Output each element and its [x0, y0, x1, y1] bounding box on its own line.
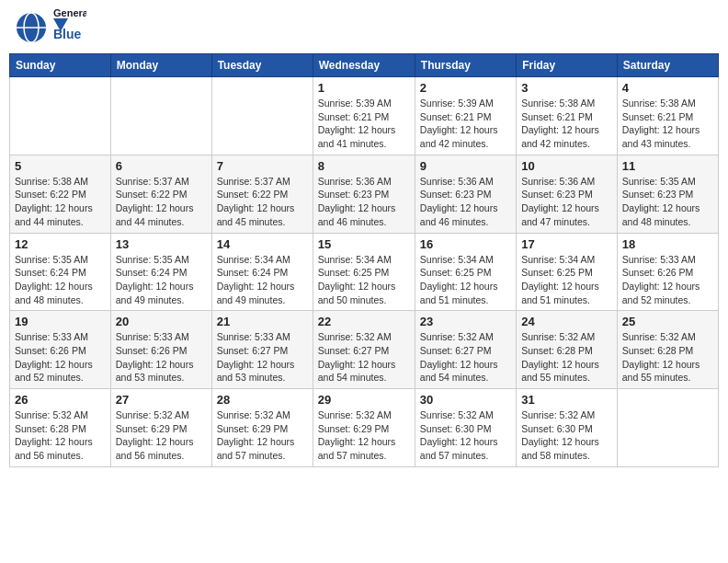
day-info: Sunrise: 5:35 AMSunset: 6:24 PMDaylight:… — [116, 253, 207, 307]
page-header: GeneralBlue — [9, 9, 719, 46]
day-number: 11 — [622, 159, 713, 173]
day-info: Sunrise: 5:38 AMSunset: 6:21 PMDaylight:… — [622, 97, 713, 151]
day-info: Sunrise: 5:32 AMSunset: 6:27 PMDaylight:… — [420, 330, 511, 385]
calendar-cell — [617, 389, 718, 467]
calendar-cell: 29Sunrise: 5:32 AMSunset: 6:29 PMDayligh… — [313, 389, 415, 467]
day-info: Sunrise: 5:34 AMSunset: 6:25 PMDaylight:… — [521, 253, 612, 307]
day-number: 10 — [521, 159, 612, 173]
day-info: Sunrise: 5:36 AMSunset: 6:23 PMDaylight:… — [521, 175, 612, 229]
day-number: 24 — [521, 315, 612, 328]
day-info: Sunrise: 5:34 AMSunset: 6:25 PMDaylight:… — [318, 253, 410, 307]
day-info: Sunrise: 5:33 AMSunset: 6:27 PMDaylight:… — [217, 330, 308, 385]
calendar-cell: 28Sunrise: 5:32 AMSunset: 6:29 PMDayligh… — [211, 389, 313, 467]
calendar-cell — [110, 77, 211, 155]
day-info: Sunrise: 5:33 AMSunset: 6:26 PMDaylight:… — [15, 330, 106, 385]
calendar-week-row: 1Sunrise: 5:39 AMSunset: 6:21 PMDaylight… — [10, 77, 719, 155]
day-info: Sunrise: 5:32 AMSunset: 6:27 PMDaylight:… — [318, 330, 410, 385]
day-number: 13 — [116, 237, 207, 251]
day-of-week-header: Sunday — [10, 54, 111, 77]
calendar-cell: 27Sunrise: 5:32 AMSunset: 6:29 PMDayligh… — [110, 389, 211, 467]
calendar-table: SundayMondayTuesdayWednesdayThursdayFrid… — [9, 53, 719, 467]
svg-text:General: General — [53, 9, 86, 18]
day-number: 4 — [622, 81, 713, 95]
calendar-cell: 19Sunrise: 5:33 AMSunset: 6:26 PMDayligh… — [10, 311, 111, 389]
calendar-cell: 20Sunrise: 5:33 AMSunset: 6:26 PMDayligh… — [110, 311, 211, 389]
calendar-cell: 25Sunrise: 5:32 AMSunset: 6:28 PMDayligh… — [617, 311, 718, 389]
calendar-cell — [10, 77, 111, 155]
day-info: Sunrise: 5:35 AMSunset: 6:23 PMDaylight:… — [622, 175, 713, 229]
day-number: 27 — [116, 393, 207, 407]
day-info: Sunrise: 5:32 AMSunset: 6:28 PMDaylight:… — [521, 330, 612, 385]
calendar-cell: 21Sunrise: 5:33 AMSunset: 6:27 PMDayligh… — [211, 311, 313, 389]
day-number: 22 — [318, 315, 410, 328]
calendar-cell: 16Sunrise: 5:34 AMSunset: 6:25 PMDayligh… — [415, 233, 516, 311]
calendar-cell: 23Sunrise: 5:32 AMSunset: 6:27 PMDayligh… — [415, 311, 516, 389]
day-info: Sunrise: 5:34 AMSunset: 6:24 PMDaylight:… — [217, 253, 308, 307]
day-info: Sunrise: 5:32 AMSunset: 6:28 PMDaylight:… — [15, 408, 106, 463]
calendar-cell: 8Sunrise: 5:36 AMSunset: 6:23 PMDaylight… — [313, 155, 415, 233]
calendar-week-row: 12Sunrise: 5:35 AMSunset: 6:24 PMDayligh… — [10, 233, 719, 311]
day-info: Sunrise: 5:37 AMSunset: 6:22 PMDaylight:… — [116, 175, 207, 229]
logo: GeneralBlue — [13, 9, 86, 46]
calendar-cell: 31Sunrise: 5:32 AMSunset: 6:30 PMDayligh… — [517, 389, 618, 467]
day-info: Sunrise: 5:34 AMSunset: 6:25 PMDaylight:… — [420, 253, 511, 307]
calendar-cell: 7Sunrise: 5:37 AMSunset: 6:22 PMDaylight… — [211, 155, 313, 233]
day-info: Sunrise: 5:32 AMSunset: 6:29 PMDaylight:… — [217, 408, 308, 463]
day-info: Sunrise: 5:32 AMSunset: 6:29 PMDaylight:… — [318, 408, 410, 463]
day-number: 2 — [420, 81, 511, 95]
svg-text:Blue: Blue — [53, 27, 82, 41]
day-info: Sunrise: 5:38 AMSunset: 6:22 PMDaylight:… — [15, 175, 106, 229]
day-number: 20 — [116, 315, 207, 328]
day-info: Sunrise: 5:37 AMSunset: 6:22 PMDaylight:… — [217, 175, 308, 229]
calendar-cell: 17Sunrise: 5:34 AMSunset: 6:25 PMDayligh… — [517, 233, 618, 311]
calendar-week-row: 5Sunrise: 5:38 AMSunset: 6:22 PMDaylight… — [10, 155, 719, 233]
day-number: 3 — [521, 81, 612, 95]
day-info: Sunrise: 5:33 AMSunset: 6:26 PMDaylight:… — [116, 330, 207, 385]
calendar-cell: 12Sunrise: 5:35 AMSunset: 6:24 PMDayligh… — [10, 233, 111, 311]
day-number: 29 — [318, 393, 410, 407]
day-info: Sunrise: 5:32 AMSunset: 6:30 PMDaylight:… — [420, 408, 511, 463]
day-info: Sunrise: 5:38 AMSunset: 6:21 PMDaylight:… — [521, 97, 612, 151]
day-info: Sunrise: 5:32 AMSunset: 6:30 PMDaylight:… — [521, 408, 612, 463]
day-number: 19 — [15, 315, 106, 328]
calendar-cell: 4Sunrise: 5:38 AMSunset: 6:21 PMDaylight… — [617, 77, 718, 155]
day-number: 21 — [217, 315, 308, 328]
calendar-cell: 18Sunrise: 5:33 AMSunset: 6:26 PMDayligh… — [617, 233, 718, 311]
day-number: 14 — [217, 237, 308, 251]
calendar-cell: 5Sunrise: 5:38 AMSunset: 6:22 PMDaylight… — [10, 155, 111, 233]
calendar-cell — [211, 77, 313, 155]
calendar-cell: 6Sunrise: 5:37 AMSunset: 6:22 PMDaylight… — [110, 155, 211, 233]
calendar-week-row: 26Sunrise: 5:32 AMSunset: 6:28 PMDayligh… — [10, 389, 719, 467]
day-info: Sunrise: 5:35 AMSunset: 6:24 PMDaylight:… — [15, 253, 106, 307]
day-number: 8 — [318, 159, 410, 173]
day-number: 6 — [116, 159, 207, 173]
calendar-cell: 11Sunrise: 5:35 AMSunset: 6:23 PMDayligh… — [617, 155, 718, 233]
day-number: 17 — [521, 237, 612, 251]
day-info: Sunrise: 5:33 AMSunset: 6:26 PMDaylight:… — [622, 253, 713, 307]
calendar-cell: 13Sunrise: 5:35 AMSunset: 6:24 PMDayligh… — [110, 233, 211, 311]
day-of-week-header: Thursday — [415, 54, 516, 77]
day-number: 5 — [15, 159, 106, 173]
day-number: 23 — [420, 315, 511, 328]
day-number: 15 — [318, 237, 410, 251]
day-number: 31 — [521, 393, 612, 407]
day-number: 12 — [15, 237, 106, 251]
day-number: 9 — [420, 159, 511, 173]
calendar-cell: 9Sunrise: 5:36 AMSunset: 6:23 PMDaylight… — [415, 155, 516, 233]
day-of-week-header: Wednesday — [313, 54, 415, 77]
day-number: 30 — [420, 393, 511, 407]
day-info: Sunrise: 5:32 AMSunset: 6:28 PMDaylight:… — [622, 330, 713, 385]
day-of-week-header: Saturday — [617, 54, 718, 77]
day-of-week-header: Tuesday — [211, 54, 313, 77]
calendar-cell: 14Sunrise: 5:34 AMSunset: 6:24 PMDayligh… — [211, 233, 313, 311]
day-number: 1 — [318, 81, 410, 95]
day-info: Sunrise: 5:36 AMSunset: 6:23 PMDaylight:… — [318, 175, 410, 229]
day-of-week-header: Monday — [110, 54, 211, 77]
day-number: 16 — [420, 237, 511, 251]
calendar-cell: 15Sunrise: 5:34 AMSunset: 6:25 PMDayligh… — [313, 233, 415, 311]
day-number: 28 — [217, 393, 308, 407]
calendar-cell: 10Sunrise: 5:36 AMSunset: 6:23 PMDayligh… — [517, 155, 618, 233]
day-number: 25 — [622, 315, 713, 328]
day-info: Sunrise: 5:36 AMSunset: 6:23 PMDaylight:… — [420, 175, 511, 229]
day-of-week-header: Friday — [517, 54, 618, 77]
